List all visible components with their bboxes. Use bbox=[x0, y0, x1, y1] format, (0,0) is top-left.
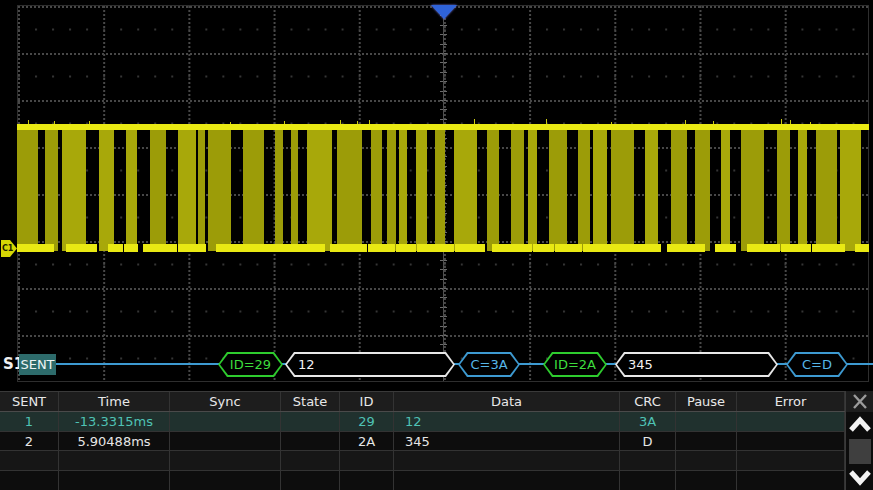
chevron-up-icon bbox=[846, 412, 873, 438]
cell: 29 bbox=[340, 412, 394, 431]
cell: 3A bbox=[620, 412, 676, 431]
cell bbox=[170, 451, 281, 470]
cell: 2A bbox=[340, 432, 394, 451]
trigger-position-icon[interactable] bbox=[431, 5, 457, 19]
column-header-error: Error bbox=[737, 392, 845, 411]
cell bbox=[170, 412, 281, 431]
cell bbox=[170, 471, 281, 490]
cell bbox=[0, 471, 59, 490]
close-icon bbox=[846, 391, 873, 412]
column-header-sync: Sync bbox=[170, 392, 281, 411]
cell bbox=[737, 432, 845, 451]
decode-frame-id2-label: ID=2A bbox=[543, 352, 607, 377]
cell bbox=[281, 451, 340, 470]
cell bbox=[281, 432, 340, 451]
cell bbox=[737, 451, 845, 470]
decode-frame-id2: ID=2A bbox=[543, 352, 607, 377]
table-row-4[interactable] bbox=[0, 471, 845, 490]
decode-frame-crc2-label: C=D bbox=[786, 352, 848, 377]
table-row-3[interactable] bbox=[0, 451, 845, 471]
chevron-down-icon bbox=[846, 465, 873, 490]
decode-frame-id1: ID=29 bbox=[218, 352, 283, 377]
cell bbox=[340, 471, 394, 490]
cell: 12 bbox=[394, 412, 620, 431]
table-scroll-column bbox=[845, 391, 873, 490]
cell bbox=[676, 412, 737, 431]
cell bbox=[281, 412, 340, 431]
cell bbox=[620, 451, 676, 470]
cell bbox=[170, 432, 281, 451]
cell: D bbox=[620, 432, 676, 451]
column-header-id: ID bbox=[340, 392, 394, 411]
cell: -13.3315ms bbox=[59, 412, 170, 431]
cell bbox=[0, 451, 59, 470]
column-header-time: Time bbox=[59, 392, 170, 411]
scrollbar-thumb[interactable] bbox=[849, 439, 871, 464]
table-header-row: SENTTimeSyncStateIDDataCRCPauseError bbox=[0, 392, 845, 412]
decode-frame-data2: 345 bbox=[615, 352, 778, 377]
decode-result-table: SENTTimeSyncStateIDDataCRCPauseError1-13… bbox=[0, 391, 845, 490]
table-row-1[interactable]: 1-13.3315ms29123A bbox=[0, 412, 845, 432]
decode-frame-data2-label: 345 bbox=[615, 352, 778, 377]
table-row-2[interactable]: 25.90488ms2A345D bbox=[0, 432, 845, 452]
cell: 2 bbox=[0, 432, 59, 451]
waveform-high-level bbox=[17, 124, 869, 130]
decode-frame-data1-label: 12 bbox=[285, 352, 455, 377]
cell: 1 bbox=[0, 412, 59, 431]
cell bbox=[676, 471, 737, 490]
column-header-data: Data bbox=[394, 392, 620, 411]
cell bbox=[676, 432, 737, 451]
cell bbox=[394, 451, 620, 470]
cell bbox=[620, 471, 676, 490]
cell: 5.90488ms bbox=[59, 432, 170, 451]
decode-protocol-badge[interactable]: SENT bbox=[19, 354, 56, 375]
cell bbox=[394, 471, 620, 490]
cell bbox=[340, 451, 394, 470]
scroll-down-button[interactable] bbox=[846, 465, 873, 490]
cell bbox=[737, 412, 845, 431]
decode-frame-id1-label: ID=29 bbox=[218, 352, 283, 377]
column-header-pause: Pause bbox=[676, 392, 737, 411]
scroll-up-button[interactable] bbox=[846, 412, 873, 438]
column-header-state: State bbox=[281, 392, 340, 411]
cell bbox=[737, 471, 845, 490]
cell: 345 bbox=[394, 432, 620, 451]
decode-frame-crc1: C=3A bbox=[458, 352, 520, 377]
cell bbox=[59, 471, 170, 490]
column-header-sent: SENT bbox=[0, 392, 59, 411]
scrollbar-track[interactable] bbox=[846, 438, 873, 465]
cell bbox=[281, 471, 340, 490]
cell bbox=[59, 451, 170, 470]
decode-frame-crc1-label: C=3A bbox=[458, 352, 520, 377]
column-header-crc: CRC bbox=[620, 392, 676, 411]
channel1-marker[interactable]: C1 bbox=[1, 240, 17, 257]
decode-frame-crc2: C=D bbox=[786, 352, 848, 377]
decode-frame-data1: 12 bbox=[285, 352, 455, 377]
channel1-waveform bbox=[17, 124, 869, 252]
table-close-button[interactable] bbox=[846, 391, 873, 412]
oscilloscope-screen: C1 S1 SENT ID=29 12 C=3A ID=2A 345 C=D S… bbox=[0, 0, 873, 490]
cell bbox=[676, 451, 737, 470]
